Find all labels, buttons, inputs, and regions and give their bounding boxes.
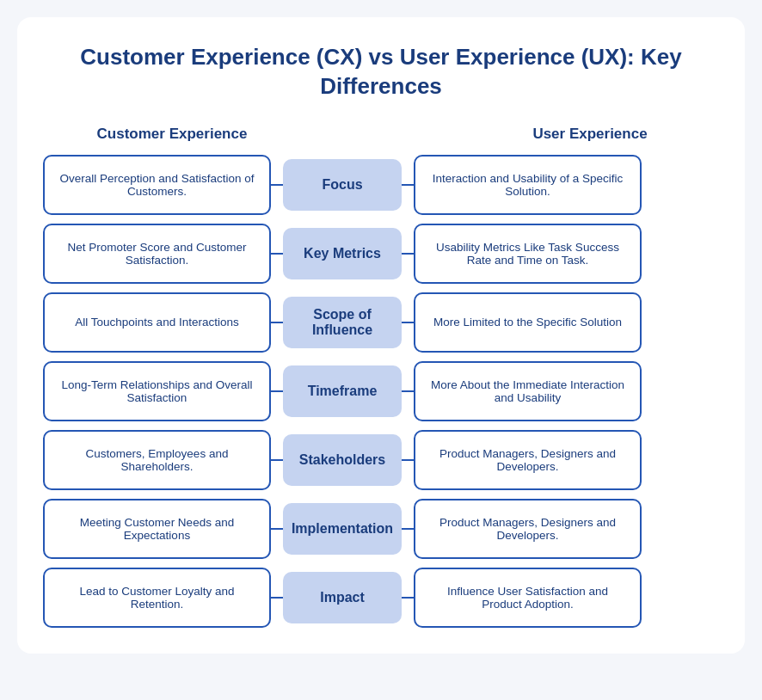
center-label: Implementation — [283, 503, 402, 555]
left-connector — [271, 597, 283, 599]
ux-box: Product Managers, Designers and Develope… — [414, 499, 642, 559]
cx-box: Long-Term Relationships and Overall Sati… — [43, 361, 271, 421]
left-connector — [271, 322, 283, 323]
comparison-row: Lead to Customer Loyalty and Retention. … — [43, 568, 719, 628]
right-connector — [402, 322, 414, 323]
cx-box: All Touchpoints and Interactions — [43, 292, 271, 353]
right-connector — [402, 390, 414, 392]
right-connector — [402, 597, 414, 599]
comparison-row: Customers, Employees and Shareholders. S… — [43, 430, 719, 490]
page-title: Customer Experience (CX) vs User Experie… — [43, 43, 719, 101]
right-connector — [402, 528, 414, 530]
ux-column-header: User Experience — [470, 126, 710, 143]
column-headers: Customer Experience User Experience — [43, 126, 719, 143]
center-label: Focus — [283, 159, 402, 211]
comparison-row: Overall Perception and Satisfaction of C… — [43, 155, 719, 215]
right-connector — [402, 184, 414, 186]
left-connector — [271, 184, 283, 186]
main-container: Customer Experience (CX) vs User Experie… — [17, 17, 745, 654]
center-label: Stakeholders — [283, 434, 402, 486]
ux-box: More About the Immediate Interaction and… — [414, 361, 642, 421]
left-connector — [271, 253, 283, 255]
center-label: Key Metrics — [283, 228, 402, 279]
comparison-row: All Touchpoints and Interactions Scope o… — [43, 292, 719, 353]
comparison-row: Net Promoter Score and Customer Satisfac… — [43, 224, 719, 284]
comparison-row: Long-Term Relationships and Overall Sati… — [43, 361, 719, 421]
cx-box: Lead to Customer Loyalty and Retention. — [43, 568, 271, 628]
ux-box: Influence User Satisfaction and Product … — [414, 568, 642, 628]
ux-box: Interaction and Usability of a Specific … — [414, 155, 642, 215]
ux-box: Usability Metrics Like Task Success Rate… — [414, 224, 642, 284]
cx-column-header: Customer Experience — [52, 126, 292, 143]
ux-box: Product Managers, Designers and Develope… — [414, 430, 642, 490]
center-label: Scope of Influence — [283, 297, 402, 348]
right-connector — [402, 253, 414, 255]
comparison-row: Meeting Customer Needs and Expectations … — [43, 499, 719, 559]
left-connector — [271, 390, 283, 392]
cx-box: Customers, Employees and Shareholders. — [43, 430, 271, 490]
cx-box: Overall Perception and Satisfaction of C… — [43, 155, 271, 215]
left-connector — [271, 459, 283, 461]
cx-box: Net Promoter Score and Customer Satisfac… — [43, 224, 271, 284]
comparison-rows: Overall Perception and Satisfaction of C… — [43, 155, 719, 628]
right-connector — [402, 459, 414, 461]
left-connector — [271, 528, 283, 530]
center-label: Impact — [283, 572, 402, 623]
center-label: Timeframe — [283, 365, 402, 417]
cx-box: Meeting Customer Needs and Expectations — [43, 499, 271, 559]
ux-box: More Limited to the Specific Solution — [414, 292, 642, 353]
